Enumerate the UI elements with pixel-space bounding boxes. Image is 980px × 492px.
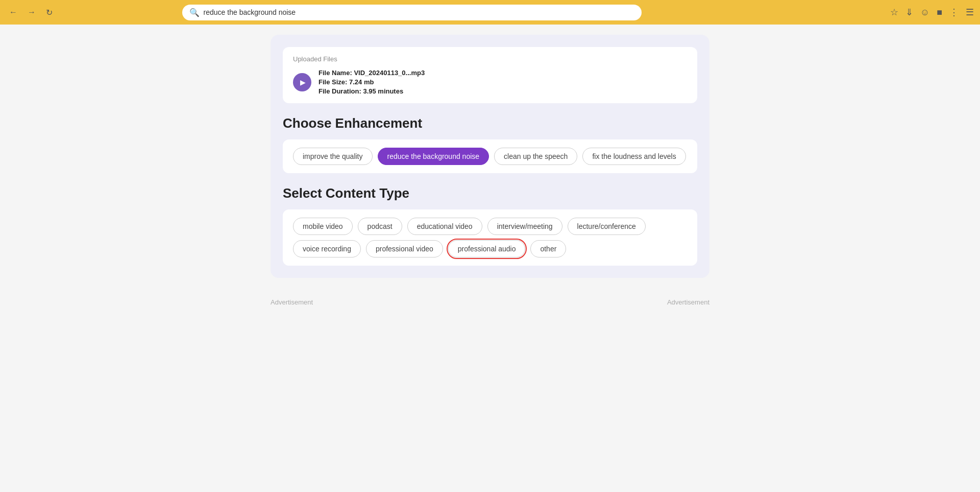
file-size-row: File Size: 7.24 mb — [318, 78, 425, 86]
enhancement-chip-reduce-the-background-noise[interactable]: reduce the background noise — [378, 148, 489, 165]
browser-chrome: ← → ↻ 🔍 ☆ ⇓ ☺ ■ ⋮ ☰ — [0, 0, 980, 25]
content-type-chip-podcast[interactable]: podcast — [358, 218, 402, 235]
file-name-value: VID_20240113_0...mp3 — [354, 69, 425, 77]
menu-icon[interactable]: ☰ — [966, 7, 974, 18]
address-bar: 🔍 — [182, 5, 642, 20]
uploaded-files-label: Uploaded Files — [293, 55, 687, 63]
account-icon[interactable]: ☺ — [920, 7, 929, 18]
file-size-label-text: File Size: — [318, 78, 347, 86]
file-item: ▶ File Name: VID_20240113_0...mp3 File S… — [293, 69, 687, 95]
file-name-label-text: File Name: — [318, 69, 352, 77]
play-button[interactable]: ▶ — [293, 73, 311, 91]
file-size-value: 7.24 mb — [349, 78, 374, 86]
enhancement-chips-row: improve the qualityreduce the background… — [283, 139, 697, 173]
main-card: Uploaded Files ▶ File Name: VID_20240113… — [271, 35, 709, 278]
uploaded-files-section: Uploaded Files ▶ File Name: VID_20240113… — [283, 47, 697, 103]
address-input[interactable] — [204, 8, 634, 16]
forward-button[interactable]: → — [24, 6, 39, 19]
content-type-chip-interview-meeting[interactable]: interview/meeting — [487, 218, 562, 235]
select-content-type-title: Select Content Type — [283, 185, 697, 201]
content-type-chip-professional-video[interactable]: professional video — [366, 240, 443, 257]
extension-icon[interactable]: ■ — [937, 7, 942, 18]
content-type-chip-mobile-video[interactable]: mobile video — [293, 218, 353, 235]
advertisement-right: Advertisement — [667, 298, 709, 306]
more-options-icon[interactable]: ⋮ — [949, 7, 959, 18]
select-content-type-section: Select Content Type mobile videopodcaste… — [283, 185, 697, 266]
content-type-chip-professional-audio[interactable]: professional audio — [448, 240, 526, 257]
back-button[interactable]: ← — [6, 6, 20, 19]
file-duration-row: File Duration: 3.95 minutes — [318, 87, 425, 95]
reload-button[interactable]: ↻ — [43, 6, 56, 19]
page-content: Uploaded Files ▶ File Name: VID_20240113… — [0, 25, 980, 316]
content-type-chip-educational-video[interactable]: educational video — [407, 218, 482, 235]
file-duration-value: 3.95 minutes — [363, 87, 403, 95]
choose-enhancement-section: Choose Enhancement improve the qualityre… — [283, 115, 697, 173]
ads-row: Advertisement Advertisement — [271, 298, 709, 306]
bookmark-icon[interactable]: ☆ — [890, 7, 898, 18]
file-duration-label-text: File Duration: — [318, 87, 361, 95]
enhancement-chip-improve-the-quality[interactable]: improve the quality — [293, 148, 373, 165]
download-icon[interactable]: ⇓ — [905, 7, 913, 18]
content-type-chip-voice-recording[interactable]: voice recording — [293, 240, 361, 257]
content-type-chips-row: mobile videopodcasteducational videointe… — [283, 209, 697, 266]
choose-enhancement-title: Choose Enhancement — [283, 115, 697, 131]
play-icon: ▶ — [300, 78, 306, 86]
search-icon: 🔍 — [189, 8, 200, 17]
content-type-chip-lecture-conference[interactable]: lecture/conference — [568, 218, 646, 235]
file-details: File Name: VID_20240113_0...mp3 File Siz… — [318, 69, 425, 95]
content-type-chip-other[interactable]: other — [530, 240, 566, 257]
file-name-row: File Name: VID_20240113_0...mp3 — [318, 69, 425, 77]
toolbar-icons: ☆ ⇓ ☺ ■ ⋮ ☰ — [890, 7, 974, 18]
enhancement-chip-clean-up-the-speech[interactable]: clean up the speech — [494, 148, 577, 165]
enhancement-chip-fix-the-loudness-and-levels[interactable]: fix the loudness and levels — [582, 148, 685, 165]
advertisement-left: Advertisement — [271, 298, 313, 306]
